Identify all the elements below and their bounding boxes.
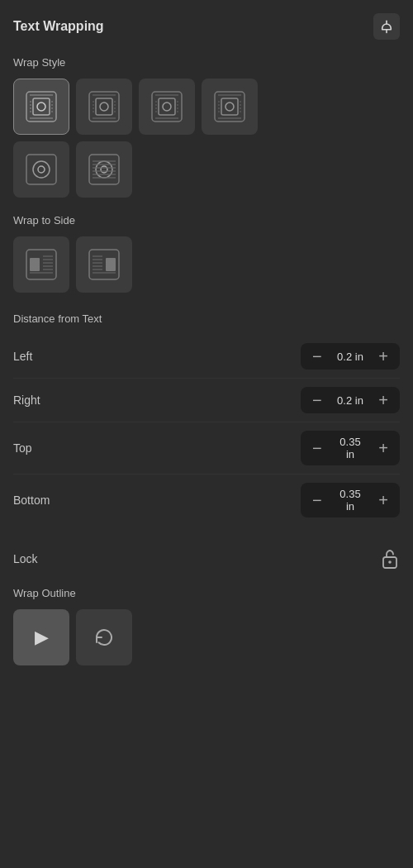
distance-right-value: 0.2 in: [330, 394, 371, 407]
outline-play-button[interactable]: ▶: [13, 609, 69, 665]
wrap-to-side-label: Wrap to Side: [13, 214, 400, 227]
wrap-outline-label: Wrap Outline: [13, 587, 400, 599]
wrap-side-left-icon: [21, 245, 61, 284]
svg-point-42: [225, 103, 234, 111]
svg-rect-28: [159, 98, 175, 115]
distance-bottom-increment-button[interactable]: +: [375, 492, 392, 508]
svg-rect-14: [89, 92, 119, 122]
svg-rect-1: [26, 92, 56, 122]
distance-left-value: 0.2 in: [330, 351, 371, 363]
distance-left-decrement-button[interactable]: −: [309, 348, 325, 365]
wrap-style-square-button[interactable]: [76, 79, 132, 135]
distance-right-row: Right − 0.2 in +: [13, 379, 400, 422]
wrap-behind-icon: [84, 150, 124, 189]
distance-top-row: Top − 0.35in +: [13, 422, 400, 475]
svg-rect-66: [30, 258, 40, 271]
svg-rect-56: [89, 155, 119, 184]
pin-button[interactable]: [373, 13, 400, 40]
wrap-to-side-row: [13, 236, 400, 293]
svg-rect-27: [152, 92, 182, 122]
distance-from-text-label: Distance from Text: [13, 312, 400, 325]
distance-left-row: Left − 0.2 in +: [13, 335, 400, 379]
wrap-style-label: Wrap Style: [13, 56, 400, 69]
svg-rect-2: [33, 98, 50, 115]
svg-rect-41: [221, 98, 238, 115]
svg-point-58: [101, 166, 107, 173]
distance-left-increment-button[interactable]: +: [375, 348, 392, 365]
lock-row: Lock: [13, 536, 400, 575]
svg-point-3: [37, 103, 45, 111]
wrap-side-right-icon: [84, 245, 124, 284]
lock-label: Lock: [13, 552, 38, 565]
text-wrapping-panel: Text Wrapping Wrap Style: [0, 0, 413, 868]
svg-rect-15: [96, 98, 112, 115]
wrap-style-behind-button[interactable]: [76, 141, 132, 198]
svg-point-82: [388, 560, 392, 564]
distance-top-label: Top: [13, 441, 63, 455]
distance-bottom-value: 0.35in: [330, 488, 371, 513]
distance-section: Left − 0.2 in + Right − 0.2 in +: [13, 335, 400, 526]
lock-icon: [381, 547, 399, 570]
svg-point-29: [163, 103, 171, 111]
distance-right-label: Right: [13, 393, 63, 407]
distance-right-increment-button[interactable]: +: [375, 392, 392, 408]
wrap-inline-icon: [21, 87, 61, 126]
distance-top-decrement-button[interactable]: −: [309, 440, 325, 456]
svg-rect-40: [215, 92, 244, 122]
wrap-side-left-button[interactable]: [13, 236, 69, 293]
panel-header: Text Wrapping: [13, 13, 400, 40]
distance-bottom-row: Bottom − 0.35in +: [13, 475, 400, 526]
wrap-through-icon: [210, 87, 249, 126]
svg-point-54: [33, 161, 50, 178]
reset-icon: [93, 626, 116, 649]
wrap-side-right-button[interactable]: [76, 236, 132, 293]
wrap-outline-section: Wrap Outline ▶: [13, 587, 400, 665]
panel-title: Text Wrapping: [13, 19, 104, 34]
distance-right-control: − 0.2 in +: [301, 387, 400, 413]
wrap-style-none-button[interactable]: [13, 141, 69, 198]
distance-left-control: − 0.2 in +: [301, 343, 400, 370]
svg-point-16: [100, 103, 108, 111]
distance-bottom-control: − 0.35in +: [301, 483, 400, 517]
play-icon: ▶: [35, 627, 49, 648]
outline-buttons: ▶: [13, 609, 400, 665]
distance-top-control: − 0.35in +: [301, 431, 400, 465]
distance-bottom-label: Bottom: [13, 494, 63, 507]
wrap-style-inline-button[interactable]: [13, 79, 69, 135]
wrap-none-icon: [21, 150, 61, 189]
distance-top-increment-button[interactable]: +: [375, 440, 392, 456]
svg-point-55: [38, 166, 45, 173]
distance-top-value: 0.35in: [330, 436, 371, 460]
distance-bottom-decrement-button[interactable]: −: [309, 492, 325, 508]
svg-rect-53: [26, 155, 56, 184]
wrap-square-icon: [84, 87, 124, 126]
wrap-style-through-button[interactable]: [202, 79, 258, 135]
distance-left-label: Left: [13, 350, 63, 363]
pin-icon: [379, 19, 394, 34]
distance-right-decrement-button[interactable]: −: [309, 392, 325, 408]
wrap-style-grid: [13, 79, 400, 198]
wrap-style-tight-button[interactable]: [139, 79, 195, 135]
wrap-tight-icon: [147, 87, 187, 126]
lock-icon-button[interactable]: [380, 547, 400, 570]
svg-rect-74: [106, 258, 116, 271]
outline-reset-button[interactable]: [76, 609, 132, 665]
svg-point-57: [96, 161, 112, 178]
